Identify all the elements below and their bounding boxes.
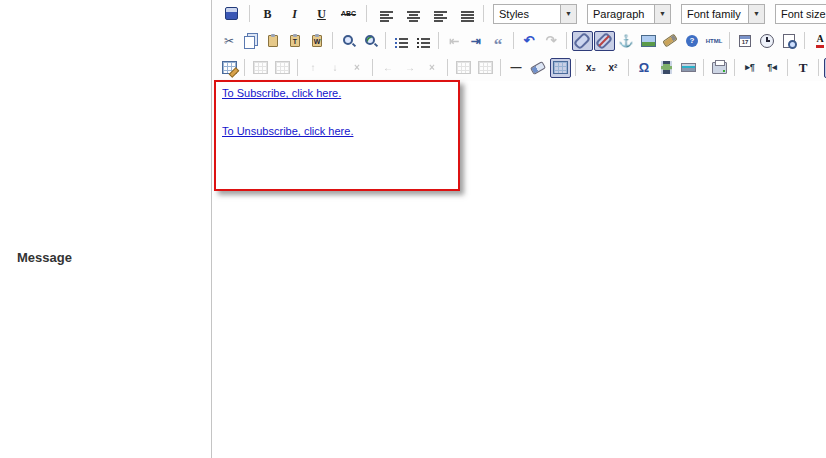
toolbar-separator <box>483 5 484 22</box>
redo-button: ↷ <box>541 31 562 51</box>
rtl-button[interactable]: ¶◂ <box>762 58 783 78</box>
message-highlight-box: To Subscribe, click here. To Unsubscribe… <box>214 80 460 191</box>
unsubscribe-link[interactable]: To Unsubscribe, click here. <box>222 125 353 137</box>
rtl-icon: ¶◂ <box>767 63 777 72</box>
ltr-button[interactable]: ▸¶ <box>740 58 761 78</box>
subscript-icon: x₂ <box>586 63 596 73</box>
table-icon <box>222 61 237 74</box>
cut-button[interactable]: ✂ <box>219 31 240 51</box>
advanced-hr-icon <box>681 63 696 72</box>
underline-button[interactable]: U <box>311 4 332 24</box>
align-center-icon <box>405 8 418 19</box>
paste-from-word-button[interactable]: W <box>307 31 328 51</box>
table-row-props-icon <box>253 61 268 74</box>
table-row-properties-button <box>250 58 271 78</box>
binoculars-icon <box>341 33 356 48</box>
merge-cells-button <box>475 58 496 78</box>
toolbar-separator <box>729 32 730 49</box>
text-color-button[interactable]: A <box>810 31 826 51</box>
link-icon <box>573 31 591 49</box>
toolbar-separator <box>575 59 576 76</box>
paragraph-format-select[interactable]: Paragraph▼ <box>587 4 671 24</box>
toolbar-separator <box>787 59 788 76</box>
insert-media-button[interactable] <box>656 58 677 78</box>
remove-formatting-button[interactable] <box>528 58 549 78</box>
font-family-select[interactable]: Font family▼ <box>681 4 765 24</box>
paragraph-format-select-label: Paragraph <box>588 5 654 23</box>
preview-button[interactable] <box>779 31 800 51</box>
special-character-button[interactable]: Ω <box>634 58 655 78</box>
editor-toolbar: BIUABCStyles▼Paragraph▼Font family▼Font … <box>212 0 826 81</box>
split-cells-button <box>453 58 474 78</box>
bold-button[interactable]: B <box>257 4 278 24</box>
print-button[interactable] <box>709 58 730 78</box>
subscribe-link[interactable]: To Subscribe, click here. <box>222 87 341 99</box>
toolbar-separator <box>385 32 386 49</box>
paste-as-text-button[interactable]: T <box>285 31 306 51</box>
numbered-list-button[interactable] <box>413 31 434 51</box>
align-justify-button[interactable] <box>455 4 476 24</box>
editor-body[interactable]: To Subscribe, click here. To Unsubscribe… <box>212 81 826 458</box>
styles-select[interactable]: Styles▼ <box>493 4 577 24</box>
paste-button[interactable] <box>263 31 284 51</box>
chevron-down-icon[interactable]: ▼ <box>748 5 764 23</box>
align-right-button[interactable] <box>428 4 449 24</box>
delete-column-icon: × <box>429 63 435 73</box>
cleanup-button[interactable] <box>660 31 681 51</box>
eraser-icon <box>530 61 546 75</box>
html-source-button[interactable]: HTML <box>704 31 725 51</box>
insert-date-button[interactable]: 17 <box>735 31 756 51</box>
blockquote-icon: “ <box>494 29 503 53</box>
find-replace-button[interactable] <box>360 31 381 51</box>
insert-template-button[interactable]: T <box>793 58 814 78</box>
toolbar-separator <box>500 59 501 76</box>
undo-button[interactable]: ↶ <box>519 31 540 51</box>
split-cells-icon <box>456 61 471 74</box>
advanced-hr-button[interactable] <box>678 58 699 78</box>
toolbar-separator <box>818 59 819 76</box>
toolbar-separator <box>244 59 245 76</box>
scissors-icon: ✂ <box>224 35 234 47</box>
unsubscribe-paragraph: To Unsubscribe, click here. <box>222 125 452 138</box>
blockquote-button[interactable]: “ <box>488 31 509 51</box>
subscript-button[interactable]: x₂ <box>581 58 602 78</box>
bullet-list-button[interactable] <box>391 31 412 51</box>
redo-icon: ↷ <box>546 34 557 47</box>
unlink-button[interactable] <box>594 31 615 51</box>
help-button[interactable]: ? <box>682 31 703 51</box>
anchor-button[interactable]: ⚓ <box>616 31 637 51</box>
align-center-button[interactable] <box>401 4 422 24</box>
find-replace-icon <box>363 33 378 48</box>
clipboard-word-icon: W <box>312 35 322 47</box>
find-button[interactable] <box>338 31 359 51</box>
chevron-down-icon[interactable]: ▼ <box>560 5 576 23</box>
align-left-button[interactable] <box>374 4 395 24</box>
chevron-down-icon[interactable]: ▼ <box>654 5 670 23</box>
toggle-guidelines-button[interactable] <box>550 58 571 78</box>
table-cell-properties-button <box>272 58 293 78</box>
insert-table-button[interactable] <box>219 58 240 78</box>
insert-image-button[interactable] <box>638 31 659 51</box>
strikethrough-button[interactable]: ABC <box>338 4 359 24</box>
insert-link-button[interactable] <box>572 31 593 51</box>
subscribe-paragraph: To Subscribe, click here. <box>222 87 452 100</box>
row-before-icon: ↑ <box>311 63 316 73</box>
italic-button[interactable]: I <box>284 4 305 24</box>
column-before-icon: ← <box>383 63 393 73</box>
toolbar-separator <box>804 32 805 49</box>
strikethrough-icon: ABC <box>341 10 356 17</box>
clipboard-text-icon: T <box>290 35 300 47</box>
undo-icon: ↶ <box>524 34 535 47</box>
superscript-icon: x² <box>609 63 618 73</box>
copy-button[interactable] <box>241 31 262 51</box>
indent-button[interactable]: ⇥ <box>466 31 487 51</box>
toolbar-separator <box>447 59 448 76</box>
superscript-button[interactable]: x² <box>603 58 624 78</box>
insert-time-button[interactable] <box>757 31 778 51</box>
omega-icon: Ω <box>639 61 649 74</box>
delete-column-button: × <box>422 58 443 78</box>
font-size-select[interactable]: Font size▼ <box>775 4 826 24</box>
save-button[interactable] <box>221 4 242 24</box>
copy-icon <box>244 36 255 49</box>
horizontal-rule-button[interactable]: — <box>506 58 527 78</box>
